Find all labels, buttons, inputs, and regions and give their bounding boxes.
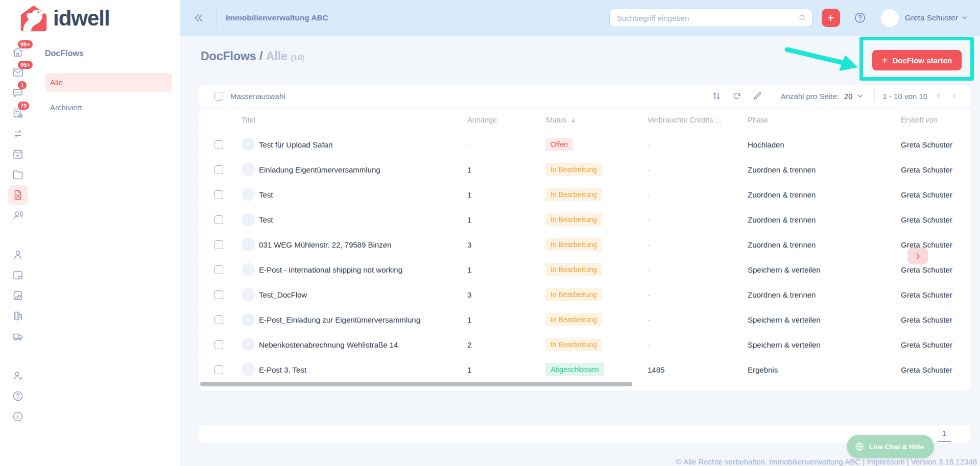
sidebar-rail-person-check[interactable] xyxy=(8,365,28,386)
chevron-down-icon[interactable] xyxy=(961,14,968,21)
sidebar-rail-docflow-scissors[interactable] xyxy=(8,185,28,205)
row-credits: - xyxy=(648,215,748,224)
table-row[interactable]: Nebenkostenabrechnung Wehlistraße 14 2 I… xyxy=(199,332,970,357)
table-row[interactable]: E-Post 3. Test 1 Abgeschlossen 1485 Erge… xyxy=(199,357,970,382)
person-check-icon xyxy=(12,370,24,382)
row-checkbox[interactable] xyxy=(214,365,223,374)
collapse-sidebar-icon[interactable] xyxy=(193,12,205,24)
row-title[interactable]: Test_DocFlow xyxy=(254,290,467,299)
sidebar-rail-folder[interactable] xyxy=(8,164,28,185)
page-next-icon[interactable] xyxy=(950,92,958,100)
sidebar-rail-transfer-arrows[interactable] xyxy=(8,124,28,144)
toolbar-divider xyxy=(773,90,773,102)
column-header-titel[interactable]: Titel xyxy=(242,116,467,124)
sort-icon[interactable] xyxy=(711,91,722,101)
user-name[interactable]: Greta Schuster xyxy=(905,13,958,22)
row-title[interactable]: Test xyxy=(254,190,467,199)
help-circle-icon xyxy=(12,390,24,402)
sidebar-item-alle[interactable]: Alle xyxy=(45,73,172,92)
row-title[interactable]: Einladung Eigentümerversammlung xyxy=(254,165,467,174)
search-input[interactable] xyxy=(609,9,812,27)
row-checkbox[interactable] xyxy=(214,165,223,174)
horizontal-scrollbar[interactable] xyxy=(200,382,632,386)
row-checkbox[interactable] xyxy=(214,215,223,224)
docflow-file-icon xyxy=(242,263,255,276)
column-header-anhaenge[interactable]: Anhänge xyxy=(467,116,545,124)
row-checkbox[interactable] xyxy=(214,290,223,299)
sidebar-rail-document-gear[interactable]: 79 xyxy=(8,103,28,124)
bulk-select-checkbox[interactable] xyxy=(214,92,223,101)
row-title[interactable]: Nebenkostenabrechnung Wehlistraße 14 xyxy=(254,340,467,349)
sidebar-rail-chat-bubble[interactable]: 1 xyxy=(8,83,28,103)
sidebar-rail-storefront[interactable] xyxy=(8,285,28,306)
avatar[interactable] xyxy=(881,9,899,27)
sidebar-rail-calendar-check[interactable] xyxy=(8,144,28,164)
row-created-by: Greta Schuster xyxy=(901,140,970,149)
annotation-arrow xyxy=(784,46,863,72)
row-created-by: Greta Schuster xyxy=(901,315,970,324)
per-page-select[interactable]: Anzahl pro Seite: 20 xyxy=(781,92,865,101)
row-phase: Speichern & verteilen xyxy=(748,315,901,324)
table-scroll-right-button[interactable] xyxy=(907,248,928,264)
row-checkbox[interactable] xyxy=(214,315,223,324)
row-attachments: 1 xyxy=(467,265,545,274)
chevron-right-icon xyxy=(913,252,922,261)
sidebar-item-archiviert[interactable]: Archiviert xyxy=(45,98,172,117)
table-row[interactable]: E-Post_Einladung zur Eigentümerversammlu… xyxy=(199,307,970,332)
notification-badge: 99+ xyxy=(18,40,33,48)
page-prev-icon[interactable] xyxy=(935,92,943,100)
row-checkbox[interactable] xyxy=(214,265,223,274)
column-header-credits[interactable]: Verbrauchte Credits ... xyxy=(648,116,748,124)
app-logo[interactable]: idwell xyxy=(19,4,110,33)
docflow-scissors-icon xyxy=(12,189,24,201)
row-title[interactable]: Test für Upload Safari xyxy=(254,140,467,149)
sidebar-rail-person-voice[interactable] xyxy=(8,205,28,226)
sidebar-section-title: DocFlows xyxy=(45,49,84,58)
footer-copyright: © Alle Rechte vorbehalten. Immobilienver… xyxy=(676,457,977,466)
table-row[interactable]: E-Post - international shipping not work… xyxy=(199,257,970,282)
help-icon[interactable] xyxy=(853,11,867,24)
sidebar-rail-mail[interactable]: 99+ xyxy=(8,62,28,83)
status-badge: In Bearbeitung xyxy=(545,313,602,326)
table-row[interactable]: Test_DocFlow 3 In Bearbeitung - Zuordnen… xyxy=(199,282,970,307)
row-title[interactable]: E-Post 3. Test xyxy=(254,365,467,374)
page-number-current[interactable]: 1 xyxy=(938,426,951,442)
office-building-icon xyxy=(12,310,24,322)
live-chat-button[interactable]: Live Chat & Hilfe xyxy=(847,435,934,458)
table-row[interactable]: Test 1 In Bearbeitung - Zuordnen & trenn… xyxy=(199,182,970,207)
row-checkbox[interactable] xyxy=(214,340,223,349)
status-badge: In Bearbeitung xyxy=(545,238,602,251)
row-checkbox[interactable] xyxy=(214,140,223,149)
column-header-status[interactable]: Status xyxy=(545,116,648,124)
row-created-by: Greta Schuster xyxy=(901,190,970,199)
sidebar-rail-truck[interactable] xyxy=(8,326,28,347)
row-title[interactable]: E-Post_Einladung zur Eigentümerversammlu… xyxy=(254,315,467,324)
sidebar-rail-person[interactable] xyxy=(8,244,28,265)
row-title[interactable]: E-Post - international shipping not work… xyxy=(254,265,467,274)
refresh-icon[interactable] xyxy=(732,91,742,101)
docflow-file-icon xyxy=(242,138,255,151)
edit-icon[interactable] xyxy=(752,91,762,101)
table-row[interactable]: Test 1 In Bearbeitung - Zuordnen & trenn… xyxy=(199,207,970,232)
column-header-erstellt-von[interactable]: Erstellt von xyxy=(901,116,970,124)
rail-divider xyxy=(8,356,28,356)
bulk-select[interactable]: Massenauswahl xyxy=(214,92,285,101)
quick-add-button[interactable]: + xyxy=(822,9,840,27)
row-phase: Zuordnen & trennen xyxy=(748,240,901,249)
table-row[interactable]: Einladung Eigentümerversammlung 1 In Bea… xyxy=(199,157,970,182)
sidebar-rail-ticket[interactable] xyxy=(8,265,28,285)
sidebar-rail-home[interactable]: 99+ xyxy=(8,42,28,62)
sidebar-rail-help-circle[interactable] xyxy=(8,386,28,406)
sidebar-rail-info-circle[interactable] xyxy=(8,406,28,427)
column-header-phase[interactable]: Phase xyxy=(748,116,901,124)
row-checkbox[interactable] xyxy=(214,190,223,199)
table-row[interactable]: 031 WEG Mühlenstr. 22, 79589 Binzen 3 In… xyxy=(199,232,970,257)
rail-divider xyxy=(8,235,28,235)
row-title[interactable]: Test xyxy=(254,215,467,224)
sidebar-rail-office-building[interactable] xyxy=(8,306,28,326)
row-created-by: Greta Schuster xyxy=(901,340,970,349)
table-row[interactable]: Test für Upload Safari - Offen - Hochlad… xyxy=(199,132,970,157)
row-checkbox[interactable] xyxy=(214,240,223,249)
row-title[interactable]: 031 WEG Mühlenstr. 22, 79589 Binzen xyxy=(254,240,467,249)
docflow-starten-button[interactable]: + DocFlow starten xyxy=(872,50,962,70)
